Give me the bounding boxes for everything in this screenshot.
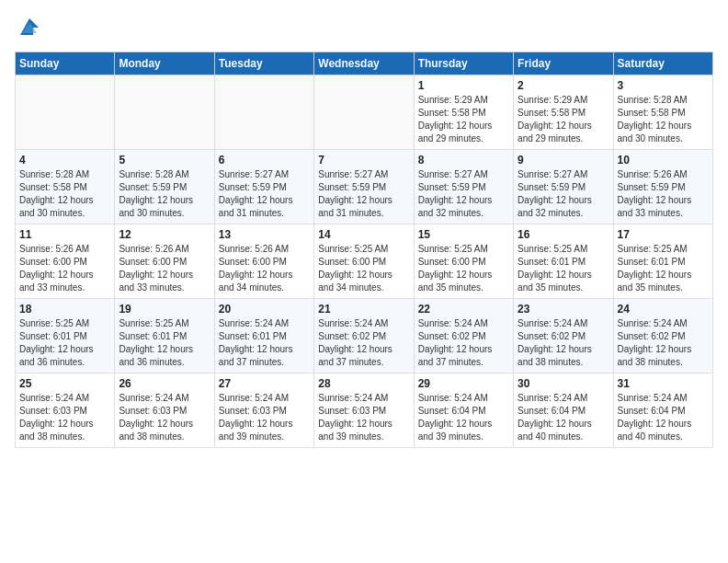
day-info: Sunrise: 5:24 AMSunset: 6:03 PMDaylight:…: [19, 392, 110, 443]
calendar-cell: 29Sunrise: 5:24 AMSunset: 6:04 PMDayligh…: [414, 373, 513, 448]
calendar-cell: 9Sunrise: 5:27 AMSunset: 5:59 PMDaylight…: [514, 150, 613, 224]
column-header-monday: Monday: [115, 52, 214, 75]
calendar-cell: 1Sunrise: 5:29 AMSunset: 5:58 PMDaylight…: [414, 75, 513, 150]
day-number: 18: [19, 303, 110, 316]
calendar-cell: 18Sunrise: 5:25 AMSunset: 6:01 PMDayligh…: [16, 299, 115, 373]
calendar-cell: 16Sunrise: 5:25 AMSunset: 6:01 PMDayligh…: [514, 224, 613, 299]
column-header-thursday: Thursday: [414, 52, 513, 75]
calendar-cell: 31Sunrise: 5:24 AMSunset: 6:04 PMDayligh…: [613, 373, 712, 448]
calendar-cell: 8Sunrise: 5:27 AMSunset: 5:59 PMDaylight…: [414, 150, 513, 224]
calendar-cell: 7Sunrise: 5:27 AMSunset: 5:59 PMDaylight…: [314, 150, 414, 224]
calendar-cell: 22Sunrise: 5:24 AMSunset: 6:02 PMDayligh…: [414, 299, 513, 373]
column-header-tuesday: Tuesday: [214, 52, 313, 75]
day-number: 19: [119, 303, 210, 316]
column-header-wednesday: Wednesday: [314, 52, 414, 75]
day-info: Sunrise: 5:25 AMSunset: 6:01 PMDaylight:…: [19, 317, 110, 369]
day-number: 17: [618, 228, 709, 241]
day-number: 27: [219, 377, 310, 390]
day-number: 4: [19, 154, 110, 167]
day-number: 13: [219, 228, 310, 241]
calendar-cell: 10Sunrise: 5:26 AMSunset: 5:59 PMDayligh…: [613, 150, 712, 224]
logo: [15, 15, 42, 40]
day-info: Sunrise: 5:24 AMSunset: 6:03 PMDaylight:…: [219, 392, 310, 443]
day-info: Sunrise: 5:24 AMSunset: 6:02 PMDaylight:…: [418, 317, 509, 369]
calendar-cell: 2Sunrise: 5:29 AMSunset: 5:58 PMDaylight…: [514, 75, 613, 150]
day-info: Sunrise: 5:27 AMSunset: 5:59 PMDaylight:…: [418, 168, 509, 220]
day-info: Sunrise: 5:28 AMSunset: 5:59 PMDaylight:…: [119, 168, 210, 220]
calendar-cell: 12Sunrise: 5:26 AMSunset: 6:00 PMDayligh…: [115, 224, 214, 299]
day-number: 24: [618, 303, 709, 316]
day-number: 30: [518, 377, 609, 390]
day-number: 20: [219, 303, 310, 316]
day-info: Sunrise: 5:28 AMSunset: 5:58 PMDaylight:…: [618, 94, 709, 145]
day-info: Sunrise: 5:24 AMSunset: 6:03 PMDaylight:…: [318, 392, 409, 443]
column-header-saturday: Saturday: [613, 52, 712, 75]
day-number: 8: [418, 154, 509, 167]
calendar-cell: 13Sunrise: 5:26 AMSunset: 6:00 PMDayligh…: [214, 224, 313, 299]
day-info: Sunrise: 5:29 AMSunset: 5:58 PMDaylight:…: [418, 94, 509, 145]
day-info: Sunrise: 5:25 AMSunset: 6:01 PMDaylight:…: [618, 243, 709, 294]
calendar-cell: 27Sunrise: 5:24 AMSunset: 6:03 PMDayligh…: [214, 373, 313, 448]
calendar-cell: [314, 75, 414, 150]
calendar-cell: 19Sunrise: 5:25 AMSunset: 6:01 PMDayligh…: [115, 299, 214, 373]
calendar-cell: 26Sunrise: 5:24 AMSunset: 6:03 PMDayligh…: [115, 373, 214, 448]
day-info: Sunrise: 5:24 AMSunset: 6:02 PMDaylight:…: [318, 317, 409, 369]
day-info: Sunrise: 5:29 AMSunset: 5:58 PMDaylight:…: [518, 94, 609, 145]
day-number: 11: [19, 228, 110, 241]
day-info: Sunrise: 5:25 AMSunset: 6:00 PMDaylight:…: [418, 243, 509, 294]
calendar-cell: 15Sunrise: 5:25 AMSunset: 6:00 PMDayligh…: [414, 224, 513, 299]
day-number: 16: [518, 228, 609, 241]
day-number: 25: [19, 377, 110, 390]
calendar-cell: 28Sunrise: 5:24 AMSunset: 6:03 PMDayligh…: [314, 373, 414, 448]
calendar-cell: 20Sunrise: 5:24 AMSunset: 6:01 PMDayligh…: [214, 299, 313, 373]
calendar-cell: 25Sunrise: 5:24 AMSunset: 6:03 PMDayligh…: [16, 373, 115, 448]
day-number: 12: [119, 228, 210, 241]
day-info: Sunrise: 5:28 AMSunset: 5:58 PMDaylight:…: [19, 168, 110, 220]
calendar-cell: 11Sunrise: 5:26 AMSunset: 6:00 PMDayligh…: [16, 224, 115, 299]
day-number: 14: [318, 228, 409, 241]
day-number: 23: [518, 303, 609, 316]
day-info: Sunrise: 5:24 AMSunset: 6:04 PMDaylight:…: [418, 392, 509, 443]
calendar-cell: [115, 75, 214, 150]
calendar-cell: 6Sunrise: 5:27 AMSunset: 5:59 PMDaylight…: [214, 150, 313, 224]
column-header-friday: Friday: [514, 52, 613, 75]
calendar-cell: 3Sunrise: 5:28 AMSunset: 5:58 PMDaylight…: [613, 75, 712, 150]
day-number: 28: [318, 377, 409, 390]
page-header: [15, 15, 713, 40]
calendar-cell: 23Sunrise: 5:24 AMSunset: 6:02 PMDayligh…: [514, 299, 613, 373]
day-info: Sunrise: 5:26 AMSunset: 6:00 PMDaylight:…: [19, 243, 110, 294]
day-number: 10: [618, 154, 709, 167]
calendar-cell: 21Sunrise: 5:24 AMSunset: 6:02 PMDayligh…: [314, 299, 414, 373]
calendar-cell: 5Sunrise: 5:28 AMSunset: 5:59 PMDaylight…: [115, 150, 214, 224]
day-info: Sunrise: 5:27 AMSunset: 5:59 PMDaylight:…: [219, 168, 310, 220]
calendar-cell: 30Sunrise: 5:24 AMSunset: 6:04 PMDayligh…: [514, 373, 613, 448]
calendar-cell: 17Sunrise: 5:25 AMSunset: 6:01 PMDayligh…: [613, 224, 712, 299]
day-info: Sunrise: 5:25 AMSunset: 6:01 PMDaylight:…: [119, 317, 210, 369]
calendar-table: SundayMondayTuesdayWednesdayThursdayFrid…: [15, 52, 713, 448]
day-number: 2: [518, 79, 609, 92]
day-info: Sunrise: 5:24 AMSunset: 6:04 PMDaylight:…: [618, 392, 709, 443]
day-number: 15: [418, 228, 509, 241]
day-number: 1: [418, 79, 509, 92]
day-number: 31: [618, 377, 709, 390]
day-info: Sunrise: 5:24 AMSunset: 6:04 PMDaylight:…: [518, 392, 609, 443]
day-number: 5: [119, 154, 210, 167]
day-info: Sunrise: 5:24 AMSunset: 6:01 PMDaylight:…: [219, 317, 310, 369]
calendar-cell: [16, 75, 115, 150]
day-number: 7: [318, 154, 409, 167]
calendar-cell: [214, 75, 313, 150]
day-number: 9: [518, 154, 609, 167]
day-info: Sunrise: 5:25 AMSunset: 6:00 PMDaylight:…: [318, 243, 409, 294]
day-number: 6: [219, 154, 310, 167]
day-number: 22: [418, 303, 509, 316]
day-info: Sunrise: 5:26 AMSunset: 5:59 PMDaylight:…: [618, 168, 709, 220]
day-number: 26: [119, 377, 210, 390]
column-header-sunday: Sunday: [16, 52, 115, 75]
day-number: 29: [418, 377, 509, 390]
day-info: Sunrise: 5:24 AMSunset: 6:02 PMDaylight:…: [518, 317, 609, 369]
day-info: Sunrise: 5:27 AMSunset: 5:59 PMDaylight:…: [518, 168, 609, 220]
calendar-cell: 24Sunrise: 5:24 AMSunset: 6:02 PMDayligh…: [613, 299, 712, 373]
day-info: Sunrise: 5:27 AMSunset: 5:59 PMDaylight:…: [318, 168, 409, 220]
day-number: 3: [618, 79, 709, 92]
day-info: Sunrise: 5:26 AMSunset: 6:00 PMDaylight:…: [119, 243, 210, 294]
